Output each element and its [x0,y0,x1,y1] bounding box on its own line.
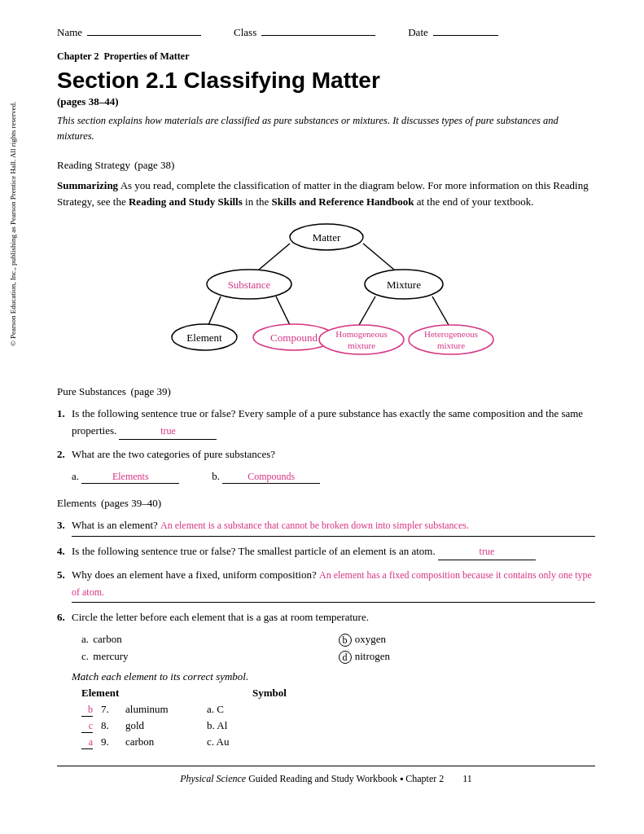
match-answer-8: c [81,720,93,733]
date-label: Date [408,26,428,39]
match-row-7: b 7. aluminum a. C [81,703,595,717]
handbook-bold: Skills and Reference Handbook [272,195,414,208]
section-description: This section explains how materials are … [57,113,595,144]
summarizing-bold: Summarizing [57,179,118,191]
match-intro: Match each element to its correct symbol… [57,670,595,683]
footer-separator: ▪ [400,773,403,784]
q2b-label: b. Compounds [212,470,320,484]
match-symbol-9: c. Au [207,735,304,748]
chapter-label: Chapter 2 Properties of Matter [57,50,595,63]
match-table: Element Symbol b 7. aluminum a. C c 8. g… [57,687,595,749]
q4-num: 4. [57,543,65,560]
option-d: d nitrogen [339,650,596,664]
footer-chapter: Chapter 2 [405,773,444,784]
match-col2: Symbol [252,687,287,700]
option-c: c. mercury [81,650,339,664]
question-6: 6. Circle the letter before each element… [57,609,595,626]
match-answer-7: b [81,704,93,717]
name-field: Name [57,24,201,39]
question-1: 1. Is the following sentence true or fal… [57,406,595,440]
option-a: a. carbon [81,633,339,647]
option-b-text: oxygen [355,633,386,645]
q2a-answer[interactable]: Elements [81,471,179,484]
q3-num: 3. [57,517,65,534]
match-q7: 7. [101,703,117,716]
name-underline[interactable] [87,24,201,36]
match-item-9: carbon [125,735,199,748]
question-2: 2. What are the two categories of pure s… [57,446,595,463]
q2-answers: a. Elements b. Compounds [57,470,595,484]
class-label: Class [234,26,256,39]
svg-line-8 [208,296,221,325]
option-a-text: carbon [93,633,121,645]
q1-answer[interactable]: true [119,424,217,440]
reading-skills-bold: Reading and Study Skills [129,195,243,208]
q6-options: a. carbon b oxygen c. mercury d nitrogen [57,633,595,664]
option-b-circle: b [339,634,352,647]
svg-text:mixture: mixture [347,340,375,350]
name-label: Name [57,26,82,39]
match-item-7: aluminum [125,703,199,716]
match-col1: Element [81,687,187,700]
question-3: 3. What is an element? An element is a s… [57,517,595,537]
match-answer-9: a [81,736,93,749]
pages-label: (pages 38–44) [57,95,595,108]
option-c-text: mercury [93,650,128,662]
option-d-circle: d [339,651,352,664]
footer-page: 11 [462,773,472,784]
match-row-9: a 9. carbon c. Au [81,735,595,749]
svg-line-10 [359,296,375,325]
footer: Physical Science Guided Reading and Stud… [57,766,595,785]
date-field: Date [408,24,498,39]
option-d-text: nitrogen [355,650,390,662]
copyright-sidebar: © Pearson Education, Inc., publishing as… [9,102,17,346]
class-underline[interactable] [261,24,375,36]
match-item-8: gold [125,719,199,732]
match-q8: 8. [101,719,117,732]
q6-num: 6. [57,609,65,626]
svg-text:Heterogeneous: Heterogeneous [424,329,478,339]
footer-italic: Physical Science [180,773,246,784]
classification-diagram: Matter Substance Mixture Element Compoun… [57,219,595,366]
footer-text2: Guided Reading and Study Workbook [248,773,397,784]
q4-answer[interactable]: true [438,544,536,560]
question-5: 5. Why does an element have a fixed, uni… [57,567,595,604]
q1-num: 1. [57,406,65,423]
q3-answer: An element is a substance that cannot be… [160,520,469,531]
q2a-label: a. Elements [72,470,179,484]
date-underline[interactable] [433,24,498,36]
svg-line-9 [276,296,290,325]
class-field: Class [234,24,375,39]
reading-strategy-body: Summarizing As you read, complete the cl… [57,178,595,212]
match-symbol-8: b. Al [207,719,304,732]
reading-strategy-title: Reading Strategy (page 38) [57,156,595,173]
q2b-answer[interactable]: Compounds [222,471,320,484]
match-q9: 9. [101,735,117,748]
match-header: Element Symbol [81,687,595,700]
svg-line-11 [432,296,449,325]
match-row-8: c 8. gold b. Al [81,719,595,733]
svg-text:mixture: mixture [436,340,464,350]
q2-num: 2. [57,446,65,463]
svg-text:Substance: Substance [227,279,270,291]
question-4: 4. Is the following sentence true or fal… [57,543,595,560]
svg-text:Mixture: Mixture [387,279,421,291]
svg-text:Element: Element [186,331,222,344]
svg-text:Homogeneous: Homogeneous [335,329,388,339]
elements-heading: Elements (pages 39–40) [57,492,595,511]
q5-num: 5. [57,567,65,584]
header: Name Class Date [57,24,595,39]
pure-substances-heading: Pure Substances (page 39) [57,380,595,399]
svg-text:Compound: Compound [270,331,318,344]
svg-text:Matter: Matter [312,231,340,244]
section-title: Section 2.1 Classifying Matter [57,68,595,94]
match-symbol-7: a. C [207,703,304,716]
option-c-letter: c. [81,650,89,662]
option-a-letter: a. [81,633,89,645]
option-b: b oxygen [339,633,596,647]
